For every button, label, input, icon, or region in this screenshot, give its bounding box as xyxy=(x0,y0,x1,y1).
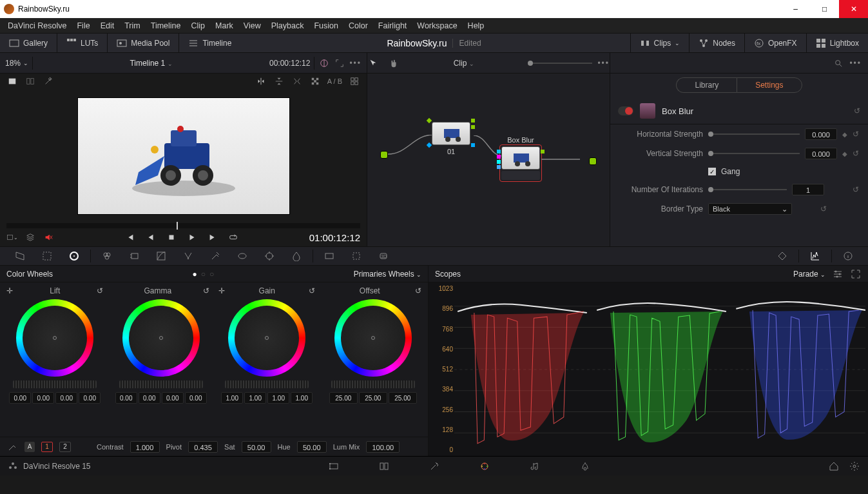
hue-value[interactable]: 50.00 xyxy=(297,441,327,453)
pivot-value[interactable]: 0.435 xyxy=(188,441,218,453)
reset-icon[interactable]: ↺ xyxy=(203,286,209,295)
picker-icon[interactable]: ✛ xyxy=(6,286,13,295)
media-pool-button[interactable]: Media Pool xyxy=(113,38,173,48)
layers-icon[interactable] xyxy=(24,232,36,243)
wheels-mode-select[interactable]: Primaries Wheels ⌄ xyxy=(354,270,421,279)
nodes-button[interactable]: Nodes xyxy=(695,38,739,48)
edit-page-icon[interactable] xyxy=(378,460,390,472)
reset-icon[interactable]: ↺ xyxy=(820,204,827,213)
reset-icon[interactable]: ↺ xyxy=(309,286,315,295)
pointer-icon[interactable] xyxy=(367,57,379,69)
rgb-mixer-icon[interactable] xyxy=(101,250,113,262)
menu-fairlight[interactable]: Fairlight xyxy=(373,21,412,30)
camera-raw-icon[interactable] xyxy=(14,250,26,262)
fx-enable-toggle[interactable] xyxy=(618,106,633,115)
ab-toggle[interactable]: A / B xyxy=(327,77,342,85)
offset-jog[interactable] xyxy=(331,380,415,388)
border-type-select[interactable]: Black⌄ xyxy=(708,203,792,215)
iterations-value[interactable]: 1 xyxy=(792,184,824,195)
sat-value[interactable]: 50.00 xyxy=(242,441,271,453)
menu-timeline[interactable]: Timeline xyxy=(146,21,186,30)
node-box-blur[interactable]: Box Blur xyxy=(499,144,542,182)
key-icon[interactable] xyxy=(323,250,335,262)
window-close[interactable]: ✕ xyxy=(839,0,868,18)
reset-icon[interactable]: ↺ xyxy=(97,286,103,295)
fx-reset-icon[interactable]: ↺ xyxy=(854,106,860,115)
auto-balance-icon[interactable] xyxy=(6,441,18,453)
gallery-grid-icon[interactable] xyxy=(349,75,360,87)
menu-help[interactable]: Help xyxy=(463,21,490,30)
window-icon[interactable] xyxy=(236,250,248,262)
unmix-icon[interactable] xyxy=(291,75,303,87)
lift-wheel[interactable] xyxy=(16,299,93,377)
info-icon[interactable] xyxy=(842,250,854,262)
home-icon[interactable] xyxy=(828,460,840,472)
split-horiz-icon[interactable] xyxy=(255,75,267,87)
go-last-icon[interactable] xyxy=(207,232,218,243)
qualifier-icon[interactable] xyxy=(209,250,221,262)
reset-icon[interactable]: ↺ xyxy=(415,286,421,295)
scopes-icon[interactable] xyxy=(809,250,821,262)
reset-icon[interactable]: ↺ xyxy=(853,185,859,194)
sizing-icon[interactable] xyxy=(351,250,362,262)
expand-icon[interactable] xyxy=(334,57,345,69)
node-01[interactable]: 01 xyxy=(432,122,470,155)
v-strength-slider[interactable] xyxy=(708,153,800,154)
menu-mark[interactable]: Mark xyxy=(210,21,238,30)
still-grab-icon[interactable]: ⌄ xyxy=(6,232,18,243)
node-graph[interactable]: 01 Box Blur xyxy=(367,74,610,246)
view-split-icon[interactable] xyxy=(24,75,36,87)
contrast-value[interactable]: 1.000 xyxy=(130,441,160,453)
offset-wheel[interactable] xyxy=(334,299,412,377)
gallery-button[interactable]: Gallery xyxy=(5,38,52,48)
reset-icon[interactable]: ↺ xyxy=(853,149,859,158)
tab-library[interactable]: Library xyxy=(676,77,737,93)
stop-icon[interactable] xyxy=(166,232,177,243)
window-maximize[interactable]: □ xyxy=(810,0,839,18)
gain-jog[interactable] xyxy=(225,380,309,388)
viewer-scrubber[interactable] xyxy=(6,223,360,228)
keyframe-mode-icon[interactable] xyxy=(776,250,788,262)
search-icon[interactable] xyxy=(833,57,844,69)
fairlight-page-icon[interactable] xyxy=(529,460,541,472)
menu-view[interactable]: View xyxy=(238,21,266,30)
play-icon[interactable] xyxy=(186,232,198,243)
auto-icon[interactable]: A xyxy=(24,442,35,452)
node-input-socket[interactable] xyxy=(380,151,388,159)
color-wheels-icon[interactable] xyxy=(68,250,80,262)
page-1[interactable]: 1 xyxy=(41,442,53,452)
hand-icon[interactable] xyxy=(388,57,400,69)
split-vert-icon[interactable] xyxy=(273,75,285,87)
menu-workspace[interactable]: Workspace xyxy=(412,21,462,30)
clip-selector[interactable]: Clip xyxy=(454,59,467,68)
gamma-wheel[interactable] xyxy=(122,299,200,377)
h-strength-slider[interactable] xyxy=(708,133,800,135)
node-output-port[interactable] xyxy=(471,125,475,129)
menu-file[interactable]: File xyxy=(72,21,95,30)
timeline-button[interactable]: Timeline xyxy=(184,38,235,48)
reset-icon[interactable]: ↺ xyxy=(853,130,859,139)
menu-trim[interactable]: Trim xyxy=(119,21,146,30)
zoom-selector[interactable]: 18% ⌄ xyxy=(5,59,28,68)
menu-clip[interactable]: Clip xyxy=(186,21,211,30)
magic-wand-icon[interactable] xyxy=(43,75,54,87)
scopes-expand-icon[interactable] xyxy=(850,268,862,280)
viewer-image[interactable] xyxy=(77,97,290,215)
deliver-page-icon[interactable] xyxy=(579,460,591,472)
menu-davinci[interactable]: DaVinci Resolve xyxy=(3,21,72,30)
keyframe-icon[interactable]: ◆ xyxy=(842,131,847,138)
menu-edit[interactable]: Edit xyxy=(95,21,120,30)
color-warper-icon[interactable] xyxy=(182,250,194,262)
node-zoom-slider[interactable] xyxy=(528,63,592,64)
keyframe-icon[interactable]: ◆ xyxy=(842,150,847,157)
timeline-name[interactable]: Timeline 1 ⌄ xyxy=(37,59,265,68)
gamma-jog[interactable] xyxy=(119,380,203,388)
v-strength-value[interactable]: 0.000 xyxy=(805,148,837,159)
image-wipe-icon[interactable] xyxy=(318,57,330,69)
gain-wheel[interactable] xyxy=(228,299,305,377)
node-output-socket[interactable] xyxy=(589,157,597,165)
nodes-options-menu[interactable]: ••• xyxy=(597,59,610,68)
lummix-value[interactable]: 100.00 xyxy=(366,441,400,453)
clips-button[interactable]: Clips⌄ xyxy=(636,38,684,48)
iterations-slider[interactable] xyxy=(708,189,787,190)
